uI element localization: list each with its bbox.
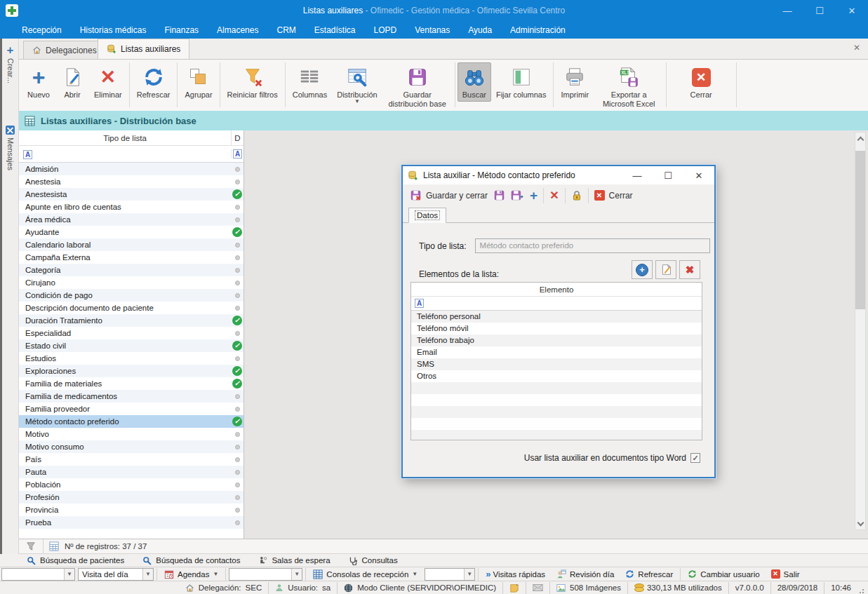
delete-element-button[interactable]: ✖	[679, 260, 700, 279]
status-mail[interactable]	[526, 581, 549, 594]
element-row[interactable]	[411, 406, 702, 418]
table-row[interactable]: Exploraciones	[19, 365, 243, 377]
table-row[interactable]: Anestesista	[19, 188, 243, 201]
columnas-button[interactable]: Columnas	[288, 62, 333, 102]
table-row[interactable]: Estado civil	[19, 339, 243, 352]
maximize-button[interactable]: ☐	[803, 0, 836, 21]
save-new-icon[interactable]	[511, 189, 524, 201]
table-row[interactable]: Descripción documento de paciente	[19, 302, 243, 314]
consolas-recepcion-button[interactable]: Consolas de recepción▼	[307, 569, 423, 579]
sidebar-item-mensajes[interactable]: Mensajes	[2, 126, 18, 170]
distribucion-button[interactable]: Distribución ▼	[332, 62, 382, 106]
menu-item[interactable]: Finanzas	[155, 22, 208, 38]
menu-item[interactable]: Administración	[501, 22, 575, 38]
auto-filter-icon[interactable]: A	[415, 299, 424, 308]
tab-listas-auxiliares[interactable]: Listas auxiliares	[98, 39, 189, 59]
auto-filter-icon[interactable]: A	[233, 149, 242, 158]
table-row[interactable]: Familia de materiales	[19, 377, 243, 390]
element-row[interactable]: Email	[411, 346, 702, 358]
menu-item[interactable]: Recepción	[13, 22, 71, 38]
table-row[interactable]: Cirujano	[19, 276, 243, 289]
vertical-scrollbar[interactable]	[855, 132, 866, 530]
table-row[interactable]: Apunte en libro de cuentas	[19, 201, 243, 213]
column-header-d[interactable]: D	[231, 130, 243, 145]
consultas-link[interactable]: Consultas	[349, 556, 398, 565]
menu-item[interactable]: CRM	[267, 22, 305, 38]
table-row[interactable]: Pauta	[19, 466, 243, 478]
agendas-button[interactable]: Agendas▼	[159, 569, 224, 579]
nuevo-button[interactable]: + Nuevo	[22, 62, 55, 102]
scrollbar-thumb[interactable]	[855, 151, 865, 309]
combo-3[interactable]: ▼	[425, 568, 475, 581]
tabstrip-close-icon[interactable]: ✕	[851, 43, 862, 53]
table-row[interactable]: Población	[19, 478, 243, 491]
dialog-close-button[interactable]: ✕	[683, 166, 714, 184]
guardar-distribucion-button[interactable]: Guardar distribución base	[382, 62, 453, 110]
menu-item[interactable]: Ayuda	[459, 22, 501, 38]
lock-icon[interactable]	[571, 190, 582, 201]
guardar-y-cerrar-button[interactable]: Guardar y cerrar	[410, 189, 488, 201]
table-row[interactable]: Ayudante	[19, 226, 243, 238]
table-row[interactable]: Motivo consumo	[19, 440, 243, 453]
menu-item[interactable]: Ventanas	[406, 22, 459, 38]
combo-visita-del-dia[interactable]: Visita del día▼	[78, 568, 154, 581]
revision-dia-button[interactable]: Revisión día	[551, 569, 620, 579]
auto-filter-icon[interactable]: A	[23, 150, 32, 159]
save-icon[interactable]	[493, 189, 505, 201]
tab-datos[interactable]: Datos	[408, 208, 446, 223]
table-row[interactable]: Condición de pago	[19, 289, 243, 302]
combo-2[interactable]: ▼	[229, 568, 302, 581]
table-row[interactable]: Provincia	[19, 504, 243, 516]
element-row[interactable]: Teléfono móvil	[411, 323, 702, 335]
salir-button[interactable]: ✕ Salir	[766, 569, 806, 579]
element-row[interactable]	[411, 418, 702, 430]
dialog-cerrar-button[interactable]: ✕ Cerrar	[594, 190, 633, 201]
table-row[interactable]: Anestesia	[19, 175, 243, 188]
element-row[interactable]	[411, 430, 702, 440]
word-checkbox[interactable]: ✓	[690, 453, 700, 463]
imprimir-button[interactable]: Imprimir	[556, 62, 594, 102]
element-row[interactable]: Teléfono personal	[411, 311, 702, 323]
element-row[interactable]: SMS	[411, 358, 702, 370]
table-row[interactable]: Familia proveedor	[19, 403, 243, 415]
table-row[interactable]: Motivo	[19, 428, 243, 440]
table-row[interactable]: Duración Tratamiento	[19, 314, 243, 327]
element-row[interactable]	[411, 382, 702, 394]
busqueda-contactos-link[interactable]: Búsqueda de contactos	[142, 556, 240, 565]
dialog-maximize-button[interactable]: ☐	[653, 166, 683, 184]
fijar-columnas-button[interactable]: Fijar columnas	[491, 62, 552, 102]
salas-de-espera-link[interactable]: Salas de espera	[258, 556, 330, 565]
status-notes[interactable]	[503, 581, 526, 594]
menu-item[interactable]: Historias médicas	[71, 22, 156, 38]
table-row[interactable]: Calendario laboral	[19, 238, 243, 251]
cerrar-button[interactable]: ✕ Cerrar	[684, 62, 718, 102]
table-row[interactable]: Campaña Externa	[19, 251, 243, 264]
tipo-de-lista-field[interactable]: Método contacto preferido	[475, 238, 710, 253]
buscar-button[interactable]: Buscar	[458, 62, 491, 102]
table-row[interactable]: Prueba	[19, 516, 243, 529]
table-row[interactable]: Estudios	[19, 352, 243, 365]
table-row[interactable]: Área médica	[19, 213, 243, 226]
edit-element-button[interactable]	[655, 260, 676, 279]
menu-item[interactable]: Almacenes	[208, 22, 267, 38]
dialog-minimize-button[interactable]: —	[622, 166, 653, 184]
element-row[interactable]: Teléfono trabajo	[411, 335, 702, 346]
close-button[interactable]: ✕	[836, 0, 868, 21]
tab-delegaciones[interactable]: Delegaciones	[23, 41, 106, 59]
add-icon[interactable]: +	[530, 188, 538, 203]
element-row[interactable]	[411, 394, 702, 406]
table-row[interactable]: Admisión	[19, 163, 243, 175]
table-row[interactable]: Profesión	[19, 491, 243, 504]
table-row[interactable]: Categoría	[19, 264, 243, 276]
combo-1[interactable]: ▼	[1, 568, 75, 581]
reiniciar-filtros-button[interactable]: Reiniciar filtros	[222, 62, 283, 102]
sidebar-item-crear[interactable]: + Crear...	[2, 46, 18, 83]
refrescar-button[interactable]: Refrescar	[132, 62, 175, 102]
visitas-rapidas-button[interactable]: » Visitas rápidas	[480, 569, 551, 579]
busqueda-pacientes-link[interactable]: Búsqueda de pacientes	[27, 556, 124, 565]
column-header-elemento[interactable]: Elemento	[411, 283, 702, 297]
column-header-tipo[interactable]: Tipo de lista	[19, 130, 231, 145]
menu-item[interactable]: LOPD	[365, 22, 406, 38]
scroll-down-arrow[interactable]	[855, 518, 865, 529]
minimize-button[interactable]: —	[771, 0, 803, 21]
